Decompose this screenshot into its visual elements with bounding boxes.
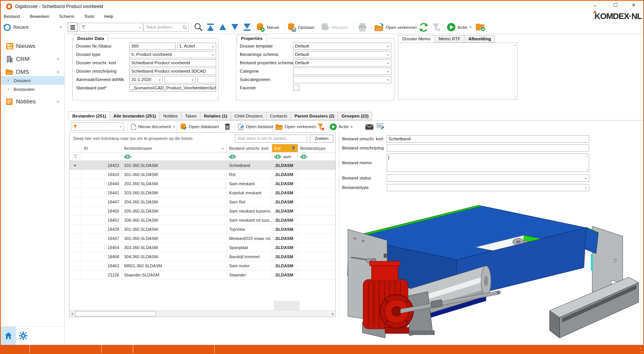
sidebar-item-notities[interactable]: Notities ˅ [1, 96, 64, 107]
filter-cell-id[interactable] [81, 152, 122, 161]
scroll-left-icon[interactable]: ◄ [70, 311, 75, 317]
table-row[interactable]: 18441203-360.SLDASMKopstuk meskant.SLDAS… [70, 188, 335, 197]
filter-cell-type[interactable]: aBc [298, 152, 335, 161]
files-open-verkenner-button[interactable]: Open verkenner [276, 122, 316, 131]
files-filter-dropdown[interactable]: ▼ [71, 122, 124, 131]
resize-grip[interactable]: ▪▪▪ [640, 347, 643, 354]
grid-search-input[interactable]: Voer tekst in om te zoeken... [235, 135, 307, 143]
menu-item-help[interactable]: Help [104, 14, 113, 19]
aanmaak-datum-select[interactable]: 31-1-2020▼ [129, 76, 163, 83]
text-search-input[interactable]: Tekst zoeken... [143, 23, 189, 32]
table-row[interactable]: 18433201-360.SLDASMRol.SLDASM [70, 170, 335, 179]
gereed-datum-select[interactable]: ▼ [164, 76, 196, 83]
settings-button[interactable] [19, 332, 27, 341]
go-last-button[interactable] [243, 24, 251, 32]
bestandstype-select[interactable]: ▼ [387, 184, 589, 191]
scroll-right-icon[interactable]: ► [330, 311, 335, 317]
table-row[interactable]: 21126Staander.SLDASMStaander.SLDASM [70, 270, 335, 279]
bestand-properties-schema-select[interactable]: Default▼ [293, 59, 391, 67]
scroll-down-icon[interactable]: ▼ [585, 168, 588, 171]
go-up-button[interactable] [218, 24, 227, 32]
actie-dropdown[interactable]: Actie ▼ [447, 22, 472, 32]
dossier-type-select[interactable]: 5. Product voorbeeld▼ [129, 51, 216, 58]
print-button[interactable] [358, 23, 367, 33]
tab-bestanden-251-[interactable]: Bestanden (251) [69, 111, 110, 120]
filter-cell-desc[interactable]: aBc [227, 152, 272, 161]
dossier-template-select[interactable]: Default▼ [293, 43, 391, 50]
clear-filter-button[interactable] [432, 23, 441, 33]
ellipsis-button[interactable]: ... [211, 85, 215, 91]
minimize-button[interactable]: – [588, 2, 601, 11]
sidebar-item-crm[interactable]: CRM ˅ [1, 53, 64, 65]
list-view-button[interactable] [68, 22, 78, 32]
tab-afbeelding[interactable]: Afbeelding [464, 35, 495, 43]
table-row[interactable]: 18428301-360.SLDASMTopView.SLDASM [70, 225, 335, 234]
open-datakaart-button[interactable]: Open datakaart [180, 122, 219, 131]
refresh-button[interactable] [419, 22, 429, 34]
go-first-button[interactable] [206, 24, 215, 32]
zoeken-button[interactable]: Zoeken [310, 135, 333, 143]
open-bestand-button[interactable]: Open bestand [238, 122, 273, 131]
table-row[interactable]: 18437302-360.SLDASMMeskantD20 snaar rol.… [70, 234, 335, 243]
delete-button[interactable] [225, 123, 230, 132]
benamings-schema-select[interactable]: Default▼ [293, 51, 391, 58]
column-header-bestandstype[interactable]: Bestandstype [298, 144, 335, 152]
go-down-button[interactable] [231, 24, 239, 32]
opslaan-button[interactable]: Opslaan [288, 22, 314, 32]
recent-dropdown[interactable]: Recent ▼ [3, 22, 63, 32]
table-row[interactable]: 18440202-360.SLDASMSam meskant.SLDASM [70, 179, 335, 188]
rename-button[interactable]: AB [377, 123, 384, 132]
open-verkenner-button[interactable]: Open verkenner [375, 22, 417, 32]
table-row[interactable]: 18458304-360.SLDASMAandrijf trommel.SLDA… [70, 252, 335, 261]
dossier-omschr-kort-input[interactable]: Schietband Product voorbeeld [129, 59, 216, 67]
sidebar-item-nieuws[interactable]: Nieuws [1, 40, 64, 52]
dossier-omschrijving-input[interactable]: Schietband Product voorbeeld 3DCAD [129, 68, 216, 75]
tab-dossier-memo[interactable]: Dossier Memo [398, 35, 435, 43]
table-row[interactable]: 18454303-360.SLDASMSpanplaat.SLDASM [70, 243, 335, 252]
dossier-nr-input[interactable]: 360 [129, 43, 176, 50]
zoom-button[interactable] [194, 22, 203, 33]
home-button[interactable] [1, 327, 16, 345]
tab-relaties-1-[interactable]: Relaties (1) [200, 112, 231, 120]
scroll-down-icon[interactable]: ▼ [514, 96, 516, 98]
mail-button[interactable] [365, 124, 373, 131]
filter-cell-name[interactable]: aBc [122, 152, 227, 161]
sidebar-item-bestanden[interactable]: › Bestanden [1, 85, 64, 94]
menu-item-bestand[interactable]: Bestand [4, 14, 20, 19]
menu-item-scherm[interactable]: Scherm [59, 14, 74, 19]
column-header-omschr-kort[interactable]: Bestand omschr. kort [227, 144, 272, 152]
menu-item-bewerken[interactable]: Bewerken [30, 14, 49, 19]
table-row[interactable]: 18463MR01-360.SLDASMSam motor.SLDASM [70, 261, 335, 270]
sidebar-item-dossiers[interactable]: › Dossiers [1, 76, 64, 85]
tab-taken[interactable]: Taken [181, 112, 201, 120]
panel-divider[interactable] [339, 121, 339, 317]
tab-memo-rtf[interactable]: Memo RTF [434, 35, 464, 43]
bestand-status-select[interactable]: ▼ [387, 175, 589, 182]
table-row[interactable]: ▸18423101-360.SLDASMSchietband.SLDASM [70, 161, 335, 170]
table-row[interactable]: 18447204-360.SLDASMSam Rol.SLDASM [70, 197, 335, 206]
tab-groepen-22-[interactable]: Groepen (22) [338, 112, 372, 120]
pager-placeholder[interactable] [274, 301, 300, 311]
bestand-omschrijving-input[interactable] [387, 144, 589, 152]
scrollbar-thumb[interactable] [75, 311, 156, 316]
tab-alle-bestanden-251-[interactable]: Alle bestanden (251) [110, 112, 160, 120]
subcategorieen-select[interactable]: ▼ [293, 76, 391, 83]
maximize-button[interactable]: ☐ [609, 2, 622, 11]
tab-parent-dossiers-2-[interactable]: Parent Dossiers (2) [291, 112, 338, 120]
folder-check-button[interactable] [476, 22, 486, 33]
column-filter-icon[interactable] [292, 146, 295, 150]
files-actie-dropdown[interactable]: Actie ▼ [330, 122, 353, 131]
column-header-bestandsnaam[interactable]: Bestandsnaam▲ [122, 144, 227, 152]
standaard-pad-input[interactable]: _Scenarios\CAD_Product_Voorbeelden\Schie… [129, 84, 216, 92]
dossier-status-select[interactable]: 1. Actief▼ [177, 43, 216, 50]
wijzigen-button[interactable]: Wijzigen [321, 22, 348, 32]
week-input[interactable] [197, 76, 216, 83]
tab-notities[interactable]: Notities [159, 112, 182, 120]
menu-item-tools[interactable]: Tools [84, 14, 94, 19]
filter-cell-ext[interactable]: aBcasm [272, 152, 298, 161]
scroll-up-icon[interactable]: ▲ [585, 154, 588, 157]
tab-child-dossiers[interactable]: Child Dossiers [231, 112, 266, 120]
nieuw-button[interactable]: Nieuw [257, 22, 279, 32]
column-header-ext[interactable]: Ext. [272, 144, 298, 152]
close-button[interactable]: ✕ [627, 2, 640, 11]
